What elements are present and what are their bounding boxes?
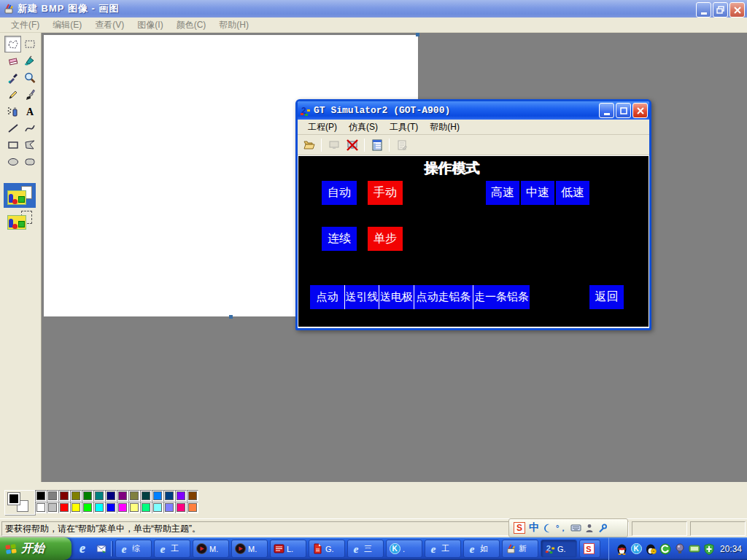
color-indicator[interactable] <box>4 490 35 515</box>
tool-polygon[interactable] <box>21 136 38 153</box>
paint-minimize-button[interactable] <box>696 2 711 18</box>
palette-color[interactable] <box>152 490 163 502</box>
tool-fill-with-color[interactable] <box>21 52 38 69</box>
tool-pick-color[interactable] <box>4 69 21 86</box>
tool-brush[interactable] <box>21 86 38 103</box>
canvas-resize-handle[interactable] <box>229 315 233 319</box>
menu-image[interactable]: 图像(I) <box>131 18 169 33</box>
gt-menu-project[interactable]: 工程(P) <box>302 120 343 135</box>
hmi-button-mid-speed[interactable]: 中速 <box>521 181 554 205</box>
palette-color[interactable] <box>117 490 128 502</box>
hmi-button-manual[interactable]: 手动 <box>368 181 403 205</box>
menu-colors[interactable]: 颜色(C) <box>170 18 213 33</box>
tool-eraser[interactable] <box>4 52 21 69</box>
palette-color[interactable] <box>93 490 105 502</box>
taskbar-button[interactable]: G. <box>309 540 345 558</box>
paint-restore-button[interactable] <box>713 2 728 18</box>
sogou-icon[interactable]: S <box>514 522 525 534</box>
taskbar-button[interactable]: e工 <box>425 540 461 558</box>
webcam-icon[interactable] <box>674 543 686 555</box>
tool-ellipse[interactable] <box>4 153 21 170</box>
paint-close-button[interactable] <box>729 2 745 18</box>
quick-launch-mail[interactable] <box>93 540 109 556</box>
taskbar-button[interactable]: K. <box>386 540 422 558</box>
palette-color[interactable] <box>105 502 117 513</box>
fullwidth-moon-icon[interactable] <box>543 524 552 533</box>
palette-color[interactable] <box>128 490 140 502</box>
palette-color[interactable] <box>175 490 187 502</box>
menu-view[interactable]: 查看(V) <box>88 18 131 33</box>
palette-color[interactable] <box>58 502 70 513</box>
taskbar-button[interactable]: e工 <box>154 540 190 558</box>
network-card-icon[interactable] <box>689 543 700 555</box>
palette-color[interactable] <box>128 502 140 513</box>
palette-color[interactable] <box>187 490 198 502</box>
gt-menu-tools[interactable]: 工具(T) <box>384 120 424 135</box>
hmi-button-low-speed[interactable]: 低速 <box>556 181 589 205</box>
360-icon[interactable] <box>659 543 671 555</box>
hmi-button-continuous[interactable]: 连续 <box>322 227 357 251</box>
taskbar-button[interactable]: M. <box>231 540 268 558</box>
menu-edit[interactable]: 编辑(E) <box>46 18 88 33</box>
palette-color[interactable] <box>47 490 58 502</box>
taskbar-grip[interactable] <box>111 541 113 556</box>
tool-rounded-rectangle[interactable] <box>21 153 38 170</box>
hmi-button-feed-lead-wire[interactable]: 送引线 <box>345 285 379 309</box>
device-monitor-button[interactable] <box>368 136 385 153</box>
tool-curve[interactable] <box>21 120 38 136</box>
palette-color[interactable] <box>58 490 70 502</box>
menu-help[interactable]: 帮助(H) <box>212 18 255 33</box>
gt-minimize-button[interactable] <box>599 103 614 118</box>
settings-wrench-icon[interactable] <box>597 524 607 533</box>
simulate-stop-button[interactable] <box>344 136 360 153</box>
qq-icon[interactable] <box>616 543 627 555</box>
clock[interactable]: 20:34 <box>720 544 742 554</box>
option-opaque-selection[interactable] <box>4 183 36 208</box>
palette-color[interactable] <box>163 502 175 513</box>
palette-color[interactable] <box>82 502 93 513</box>
palette-color[interactable] <box>35 490 47 502</box>
hmi-button-high-speed[interactable]: 高速 <box>486 181 519 205</box>
gt-menu-help[interactable]: 帮助(H) <box>424 120 465 135</box>
tool-magnifier[interactable] <box>21 69 38 86</box>
shield-icon[interactable] <box>703 543 715 555</box>
taskbar-button[interactable]: e综 <box>115 540 152 558</box>
gt-titlebar[interactable]: 2 GT Simulator2 (GOT-A900) <box>298 101 649 120</box>
quick-launch-ie[interactable]: e <box>74 540 90 556</box>
skin-icon[interactable] <box>585 524 594 533</box>
taskbar-button[interactable]: e三 <box>347 540 384 558</box>
palette-color[interactable] <box>70 490 82 502</box>
palette-color[interactable] <box>93 502 105 513</box>
hmi-button-jog[interactable]: 点动 <box>310 285 344 309</box>
soft-keyboard-icon[interactable] <box>570 524 581 532</box>
taskbar-button[interactable]: e如 <box>463 540 500 558</box>
tool-rectangle[interactable] <box>4 136 21 153</box>
palette-color[interactable] <box>82 490 93 502</box>
canvas-resize-handle[interactable] <box>416 33 419 36</box>
gt-maximize-button[interactable] <box>616 103 631 118</box>
palette-color[interactable] <box>70 502 82 513</box>
taskbar-button[interactable]: S <box>579 540 600 558</box>
hmi-button-feed-electrode[interactable]: 送电极 <box>379 285 414 309</box>
palette-color[interactable] <box>187 502 198 513</box>
gt-close-button[interactable] <box>632 103 648 118</box>
palette-color[interactable] <box>140 490 152 502</box>
palette-color[interactable] <box>117 502 128 513</box>
palette-color[interactable] <box>163 490 175 502</box>
palette-color[interactable] <box>47 502 58 513</box>
qq-music-icon[interactable] <box>645 543 657 555</box>
palette-color[interactable] <box>152 502 163 513</box>
menu-file[interactable]: 文件(F) <box>4 18 46 33</box>
chinese-mode-icon[interactable]: 中 <box>529 521 539 534</box>
punctuation-icon[interactable]: °， <box>556 523 567 534</box>
taskbar-button[interactable]: 新 <box>502 540 538 558</box>
tool-select[interactable] <box>21 36 38 52</box>
hmi-button-return[interactable]: 返回 <box>589 285 624 309</box>
tool-free-form-select[interactable] <box>4 36 21 52</box>
taskbar-button[interactable]: M. <box>193 540 229 558</box>
start-button[interactable]: 开始 <box>0 537 71 560</box>
palette-color[interactable] <box>175 502 187 513</box>
hmi-button-jog-move-bar[interactable]: 点动走铝条 <box>414 285 473 309</box>
tool-text[interactable]: A <box>21 103 38 120</box>
hmi-button-move-one-bar[interactable]: 走一条铝条 <box>473 285 530 309</box>
